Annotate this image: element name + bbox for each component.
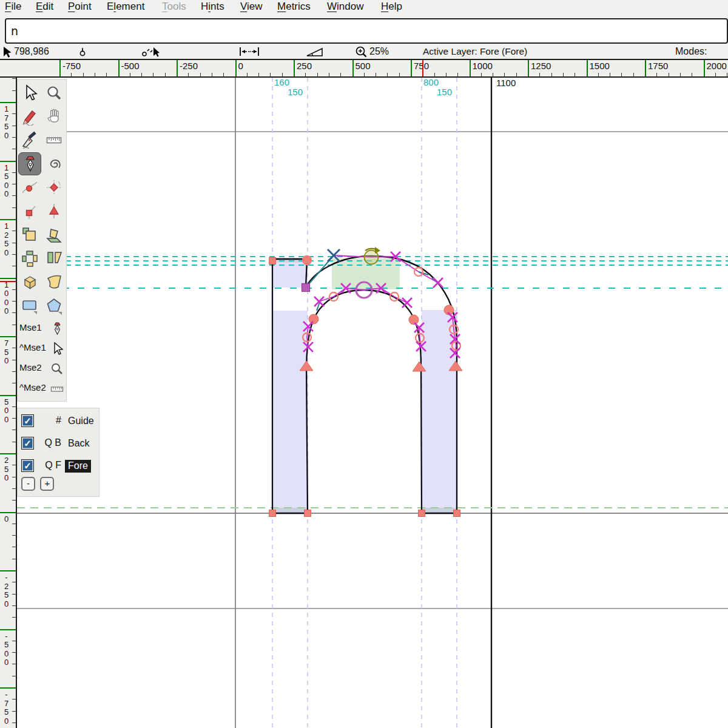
ruler-major-tick — [118, 60, 120, 76]
ruler-major-tick — [0, 570, 16, 571]
tool-skew-button[interactable] — [42, 246, 66, 270]
corner-point[interactable] — [304, 257, 311, 264]
layer-shortcut: Q B — [37, 437, 61, 448]
ruler-minor-tick — [12, 207, 16, 208]
on-curve-point[interactable] — [409, 315, 419, 325]
tool-hvcurve-point-button[interactable] — [42, 175, 66, 199]
horizontal-ruler[interactable]: -750-500-2500250500750100012501500175020… — [0, 59, 728, 78]
tool-3d-rotate-button[interactable] — [18, 270, 42, 294]
menu-hints[interactable]: Hints — [201, 1, 224, 13]
ruler-minor-tick — [12, 617, 16, 618]
cursor-coordinates: 798,986 — [14, 46, 49, 57]
tool-flip-rotate-button[interactable] — [42, 223, 66, 246]
vstem-hint-width-label: 150 — [288, 87, 303, 97]
tool-transform-button[interactable] — [18, 246, 42, 270]
ruler-minor-tick — [669, 73, 669, 76]
mouse-binding-mse2[interactable]: Mse2 — [18, 359, 66, 379]
tool-scale-button[interactable] — [18, 223, 42, 246]
corner-point[interactable] — [305, 510, 311, 517]
mouse-binding-mse1[interactable]: Mse1 — [18, 318, 66, 339]
tool-pointer-button[interactable] — [18, 81, 42, 104]
tool-magnify-button[interactable] — [42, 81, 66, 104]
ruler-minor-tick — [305, 73, 306, 76]
ruler-minor-tick — [12, 488, 16, 489]
ruler-minor-tick — [223, 73, 224, 76]
ruler-minor-tick — [387, 73, 388, 76]
ruler-minor-tick — [12, 78, 16, 79]
tool-rectangle-button[interactable] — [18, 294, 42, 317]
pointer-icon — [50, 342, 64, 356]
menu-metrics[interactable]: Metrics — [277, 1, 311, 13]
tool-knife-button[interactable] — [18, 128, 42, 152]
menu-edit[interactable]: Edit — [36, 1, 53, 13]
menu-file[interactable]: File — [5, 1, 21, 13]
mouse-binding-label: ^Mse2 — [19, 382, 46, 393]
ruler-minor-tick — [364, 73, 365, 76]
ruler-minor-tick — [12, 442, 16, 442]
mouse-binding-label: Mse1 — [19, 322, 42, 332]
tool-tangent-point-button[interactable] — [42, 199, 66, 223]
tool-corner-point-button[interactable] — [18, 199, 42, 223]
ruler-major-tick — [59, 60, 61, 76]
on-curve-point[interactable] — [309, 314, 318, 324]
pen-icon — [50, 322, 64, 336]
tool-ruler-button[interactable] — [42, 128, 66, 152]
menu-point[interactable]: Point — [68, 1, 92, 13]
ruler-minor-tick — [12, 535, 16, 536]
tool-spiro-button[interactable] — [42, 152, 66, 175]
ruler-major-tick — [0, 453, 16, 454]
ruler-minor-tick — [12, 371, 16, 372]
tool-curve-point-button[interactable] — [18, 175, 42, 199]
tool-polygon-button[interactable] — [42, 294, 66, 317]
guide-layer-label[interactable]: Guide — [65, 415, 97, 428]
ruler-minor-tick — [12, 723, 16, 723]
ruler-major-tick — [0, 629, 16, 630]
tool-freehand-button[interactable] — [18, 104, 42, 128]
corner-point[interactable] — [269, 258, 276, 265]
mouse-binding-ctrl-mse2[interactable]: ^Mse2 — [18, 379, 66, 399]
fore-layer-checkbox[interactable]: ✓ — [21, 459, 34, 472]
menu-element[interactable]: Element — [107, 1, 144, 13]
mouse-binding-label: ^Mse1 — [19, 342, 46, 352]
ruler-minor-tick — [12, 137, 16, 138]
h-ruler-label: 1750 — [648, 61, 668, 71]
angle-icon — [305, 46, 325, 58]
ruler-minor-tick — [12, 254, 16, 255]
add-layer-button[interactable]: + — [40, 477, 54, 491]
ruler-minor-tick — [656, 73, 657, 76]
menu-help[interactable]: Help — [381, 1, 402, 13]
info-bar: 798,986 25% — [0, 45, 728, 59]
corner-point[interactable] — [454, 510, 460, 517]
corner-point[interactable] — [419, 510, 425, 517]
back-layer-label[interactable]: Back — [65, 437, 93, 450]
ruler-minor-tick — [12, 711, 16, 712]
advance-width-label: 1100 — [496, 78, 516, 88]
vertical-ruler[interactable]: 17501500125010007505002500-250-500-750 — [0, 78, 17, 728]
tool-pen-button[interactable] — [18, 152, 42, 175]
ruler-minor-tick — [610, 73, 610, 76]
glyph-canvas[interactable] — [0, 0, 728, 728]
ruler-minor-tick — [340, 73, 341, 76]
h-ruler-label: -750 — [62, 61, 81, 71]
glyph-char-input[interactable] — [5, 18, 728, 44]
selected-corner-point[interactable] — [302, 284, 310, 292]
mouse-binding-ctrl-mse1[interactable]: ^Mse1 — [18, 339, 66, 359]
guide-layer-checkbox[interactable]: ✓ — [21, 414, 34, 427]
ruler-minor-tick — [83, 73, 84, 76]
ruler-minor-tick — [12, 113, 16, 114]
tool-perspective-button[interactable] — [42, 270, 66, 294]
ruler-minor-tick — [282, 73, 283, 76]
ruler-major-tick — [352, 60, 354, 76]
menu-window[interactable]: Window — [327, 1, 363, 13]
tool-scroll-hand-button[interactable] — [42, 104, 66, 128]
menu-view[interactable]: View — [240, 1, 263, 13]
ruler-minor-tick — [12, 231, 16, 231]
fore-layer-label[interactable]: Fore — [65, 460, 91, 473]
v-ruler-label: 1000 — [1, 281, 12, 316]
back-layer-checkbox[interactable]: ✓ — [21, 437, 34, 450]
remove-layer-button[interactable]: - — [21, 477, 35, 491]
corner-point[interactable] — [269, 510, 276, 517]
ruler-minor-tick — [12, 90, 16, 91]
h-ruler-label: -250 — [180, 61, 198, 71]
ruler-minor-tick — [598, 73, 599, 76]
